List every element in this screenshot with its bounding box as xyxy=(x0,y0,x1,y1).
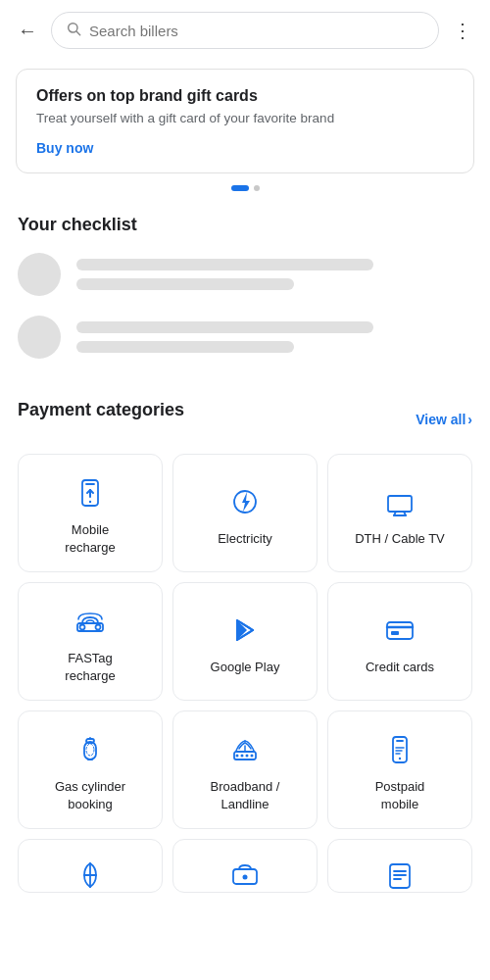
offer-description: Treat yourself with a gift card of your … xyxy=(36,111,454,125)
svg-rect-23 xyxy=(391,631,399,635)
google-play-label: Google Play xyxy=(211,659,280,676)
buy-now-link[interactable]: Buy now xyxy=(36,140,93,156)
categories-title: Payment categories xyxy=(18,400,184,420)
credit-cards-label: Credit cards xyxy=(366,659,434,676)
google-play-icon xyxy=(226,612,264,649)
broadband-landline-icon xyxy=(226,731,264,768)
offer-section: Offers on top brand gift cards Treat you… xyxy=(0,61,490,173)
checklist-item-2 xyxy=(18,316,472,359)
checklist-avatar-1 xyxy=(18,253,61,296)
category-electricity[interactable]: Electricity xyxy=(172,454,318,572)
partial-icon-1 xyxy=(72,858,109,892)
dth-cable-tv-label: DTH / Cable TV xyxy=(355,530,445,548)
fastag-recharge-label: FASTagrecharge xyxy=(65,650,115,684)
checklist-line-long-1 xyxy=(76,259,373,270)
checklist-lines-2 xyxy=(76,321,472,353)
gas-cylinder-icon xyxy=(72,731,109,768)
credit-cards-icon xyxy=(381,612,418,649)
svg-point-32 xyxy=(246,755,249,758)
svg-point-36 xyxy=(399,758,401,760)
search-icon xyxy=(66,21,81,40)
mobile-recharge-icon xyxy=(72,474,109,512)
category-broadband-landline[interactable]: Broadband /Landline xyxy=(172,710,318,829)
svg-point-16 xyxy=(96,625,101,630)
dth-cable-tv-icon xyxy=(381,483,418,520)
gas-cylinder-label: Gas cylinderbooking xyxy=(55,778,125,812)
partial-icon-3 xyxy=(381,858,418,892)
svg-point-4 xyxy=(89,501,91,503)
categories-grid: Mobilerecharge Electricity xyxy=(18,454,472,829)
svg-point-33 xyxy=(251,755,254,758)
view-all-button[interactable]: View all › xyxy=(416,412,472,427)
category-partial-2[interactable] xyxy=(172,839,318,893)
mobile-recharge-label: Mobilerecharge xyxy=(65,521,115,556)
checklist-line-short-1 xyxy=(76,278,294,290)
checklist-avatar-2 xyxy=(18,316,61,359)
more-options-button[interactable]: ⋮ xyxy=(449,15,476,46)
fastag-recharge-icon xyxy=(72,603,109,640)
offer-title: Offers on top brand gift cards xyxy=(36,87,454,105)
category-credit-cards[interactable]: Credit cards xyxy=(327,582,472,701)
checklist-item-1 xyxy=(18,253,472,296)
partial-categories-row xyxy=(18,839,472,893)
postpaid-mobile-icon xyxy=(381,731,418,768)
electricity-icon xyxy=(226,483,264,520)
category-partial-3[interactable] xyxy=(327,839,472,893)
carousel-dots xyxy=(0,185,490,191)
category-partial-1[interactable] xyxy=(18,839,163,893)
checklist-section: Your checklist xyxy=(0,199,490,359)
svg-point-31 xyxy=(241,755,244,758)
category-fastag-recharge[interactable]: FASTagrecharge xyxy=(18,582,163,701)
svg-point-28 xyxy=(86,744,94,756)
partial-icon-2 xyxy=(226,858,264,892)
checklist-line-long-2 xyxy=(76,321,373,333)
svg-line-1 xyxy=(76,31,80,35)
checklist-line-short-2 xyxy=(76,341,294,353)
broadband-landline-label: Broadband /Landline xyxy=(211,778,280,812)
offer-card: Offers on top brand gift cards Treat you… xyxy=(16,69,474,173)
svg-rect-44 xyxy=(390,864,410,888)
category-gas-cylinder[interactable]: Gas cylinderbooking xyxy=(18,710,163,829)
search-bar[interactable] xyxy=(51,12,439,49)
view-all-arrow-icon: › xyxy=(467,412,472,427)
svg-point-43 xyxy=(243,874,248,879)
svg-point-30 xyxy=(236,755,239,758)
dot-inactive xyxy=(254,185,260,191)
postpaid-mobile-label: Postpaidmobile xyxy=(375,778,425,812)
category-google-play[interactable]: Google Play xyxy=(172,582,318,701)
checklist-lines-1 xyxy=(76,259,472,290)
categories-section: Payment categories View all › Mobilerech… xyxy=(0,378,490,893)
dot-active xyxy=(231,185,249,191)
header: ← ⋮ xyxy=(0,0,490,61)
category-dth-cable-tv[interactable]: DTH / Cable TV xyxy=(327,454,472,572)
checklist-title: Your checklist xyxy=(18,215,472,235)
view-all-label: View all xyxy=(416,412,466,427)
svg-rect-10 xyxy=(388,496,412,512)
search-input[interactable] xyxy=(89,23,424,39)
svg-marker-9 xyxy=(242,492,250,512)
back-button[interactable]: ← xyxy=(14,16,41,46)
electricity-label: Electricity xyxy=(218,530,272,548)
category-mobile-recharge[interactable]: Mobilerecharge xyxy=(18,454,163,572)
svg-point-15 xyxy=(80,625,85,630)
category-postpaid-mobile[interactable]: Postpaidmobile xyxy=(327,710,472,829)
categories-header: Payment categories View all › xyxy=(18,400,472,438)
svg-rect-21 xyxy=(387,622,413,639)
